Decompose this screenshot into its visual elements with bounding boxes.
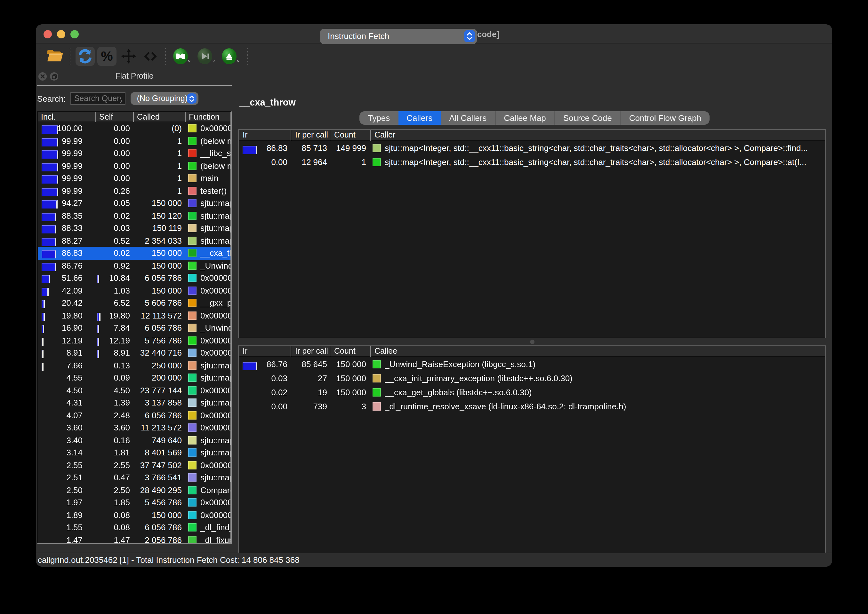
function-row[interactable]: 88.350.02150 120sjtu::map<Integer, std::… — [38, 209, 230, 222]
ir-cell: 0.02 — [239, 387, 291, 397]
incl-cell: 7.66 — [38, 361, 95, 370]
dock-float-button[interactable] — [50, 72, 58, 81]
function-cell: 0x0000000000000 — [185, 273, 230, 283]
function-row[interactable]: 88.270.522 354 033sjtu::map<Integer, std… — [38, 234, 230, 247]
column-header-ir-per-call[interactable]: Ir per call — [291, 346, 330, 357]
called-cell: 1 — [133, 186, 185, 196]
function-label: 0x0000000000000 — [201, 273, 230, 283]
function-row[interactable]: 1.550.086 056 786_dl_find_object — [38, 521, 230, 534]
function-label: sjtu::map<Integer, std::__cxx11::basic_s… — [201, 398, 230, 408]
function-color-swatch — [188, 137, 196, 145]
function-row[interactable]: 19.8019.8012 113 5720x0000000000000 — [38, 309, 230, 322]
function-color-swatch — [188, 299, 196, 307]
caller-row[interactable]: 86.8385 713149 999sjtu::map<Integer, std… — [239, 141, 825, 155]
function-color-swatch — [373, 144, 381, 152]
column-header-count[interactable]: Count — [330, 130, 370, 141]
function-row[interactable]: 1.971.855 456 7860x0000000000000 — [38, 496, 230, 509]
caller-tabbar: TypesCallersAll CallersCallee MapSource … — [359, 111, 709, 125]
up-button[interactable] — [221, 48, 238, 64]
function-row[interactable]: 4.311.393 137 858sjtu::map<Integer, std:… — [38, 397, 230, 409]
function-row[interactable]: 2.510.473 766 541sjtu::map<Integer, std:… — [38, 471, 230, 484]
column-header-count[interactable]: Count — [330, 346, 370, 357]
grouping-select[interactable]: (No Grouping) — [131, 92, 198, 105]
function-row[interactable]: 1.471.472 056 786_dl_fixup — [38, 534, 230, 544]
function-row[interactable]: 4.550.09200 000sjtu::map<Integer, std::_… — [38, 372, 230, 384]
column-header-function[interactable]: Function — [185, 112, 230, 122]
cycle-detection-button[interactable] — [119, 47, 138, 65]
function-row[interactable]: 12.1912.195 756 7860x0000000000000 — [38, 334, 230, 347]
function-row[interactable]: 4.504.5023 777 1440x0000000000000 — [38, 384, 230, 397]
column-header-callee[interactable]: Callee — [370, 346, 825, 357]
function-row[interactable]: 1.890.08150 0000x0000000000000 — [38, 509, 230, 521]
up-dropdown-chevron[interactable]: ᵥ — [237, 56, 239, 63]
function-row[interactable]: 16.907.846 056 786_Unwind_Resume — [38, 322, 230, 334]
called-cell: 1 — [133, 136, 185, 146]
function-row[interactable]: 2.552.5537 747 5020x0000000000000 — [38, 459, 230, 471]
function-cell: _dl_fixup — [185, 535, 230, 544]
function-row[interactable]: 94.270.05150 000sjtu::map<Integer, std::… — [38, 197, 230, 209]
event-type-select[interactable]: Instruction Fetch — [320, 28, 477, 44]
function-row[interactable]: 7.660.13250 000sjtu::map<Integer, std::_… — [38, 359, 230, 372]
function-row[interactable]: 8.918.9132 440 7160x0000000000000 — [38, 347, 230, 359]
column-header-called[interactable]: Called — [133, 112, 185, 122]
tab-all-callers[interactable]: All Callers — [441, 111, 495, 125]
function-row[interactable]: 86.830.02150 000__cxa_throw — [38, 247, 230, 259]
tab-callers[interactable]: Callers — [398, 111, 441, 125]
called-cell: 32 440 716 — [133, 348, 185, 358]
function-row[interactable]: 2.502.5028 490 295Compare::operator() — [38, 484, 230, 496]
tab-control-flow-graph[interactable]: Control Flow Graph — [620, 111, 709, 125]
function-row[interactable]: 3.141.818 401 569sjtu::map<Integer, std:… — [38, 447, 230, 459]
function-row[interactable]: 86.760.92150 000_Unwind_RaiseException — [38, 259, 230, 272]
called-cell: 250 000 — [133, 361, 185, 370]
tab-callee-map[interactable]: Callee Map — [495, 111, 554, 125]
forward-button[interactable] — [196, 48, 213, 64]
column-header-ir[interactable]: Ir — [239, 346, 291, 357]
function-row[interactable]: 3.603.6011 213 5720x0000000000000 — [38, 422, 230, 434]
function-row[interactable]: 99.990.261tester() — [38, 185, 230, 197]
tab-source-code[interactable]: Source Code — [554, 111, 620, 125]
caller-row[interactable]: 0.0012 9641sjtu::map<Integer, std::__cxx… — [239, 155, 825, 169]
function-row[interactable]: 100.000.00(0)0x0000000000000 — [38, 122, 230, 135]
column-header-incl[interactable]: Incl. — [38, 112, 95, 122]
function-row[interactable]: 51.6610.846 056 7860x0000000000000 — [38, 272, 230, 284]
callee-row[interactable]: 0.0219150 000__cxa_get_globals (libstdc+… — [239, 385, 825, 399]
relative-percent-button[interactable]: % — [97, 47, 117, 65]
column-header-ir[interactable]: Ir — [239, 130, 291, 141]
incl-cell: 88.33 — [38, 223, 95, 233]
callee-row[interactable]: 0.007393_dl_runtime_resolve_xsave (ld-li… — [239, 399, 825, 413]
self-cell: 0.52 — [95, 236, 133, 246]
function-row[interactable]: 42.091.03150 0000x0000000000000 — [38, 284, 230, 297]
function-color-swatch — [188, 524, 196, 532]
function-cell: (below main) — [185, 161, 230, 171]
reload-button[interactable] — [76, 47, 95, 65]
panel-splitter[interactable] — [238, 339, 826, 345]
column-header-caller[interactable]: Caller — [370, 130, 825, 141]
self-cell: 1.81 — [95, 448, 133, 457]
function-row[interactable]: 99.990.001(below main) — [38, 160, 230, 172]
shorten-templates-button[interactable] — [141, 47, 160, 65]
open-file-button[interactable] — [45, 47, 65, 65]
column-header-self[interactable]: Self — [95, 112, 133, 122]
incl-cell: 99.99 — [38, 161, 95, 171]
column-header-ir-per-call[interactable]: Ir per call — [291, 130, 330, 141]
function-row[interactable]: 3.400.16749 640sjtu::map<Integer, std::_… — [38, 434, 230, 447]
function-row[interactable]: 4.072.486 056 7860x0000000000000 — [38, 409, 230, 422]
callee-row[interactable]: 86.7685 645150 000_Unwind_RaiseException… — [239, 357, 825, 371]
function-row[interactable]: 20.426.525 606 786__gxx_personality_v0 — [38, 297, 230, 309]
function-row[interactable]: 99.990.001main — [38, 172, 230, 185]
function-row[interactable]: 99.990.001(below main) — [38, 135, 230, 147]
back-button[interactable] — [172, 48, 189, 64]
dock-close-button[interactable] — [39, 72, 47, 81]
called-cell: 28 490 295 — [133, 485, 185, 495]
callee-row[interactable]: 0.0327150 000__cxa_init_primary_exceptio… — [239, 371, 825, 385]
called-cell: 5 606 786 — [133, 298, 185, 308]
back-dropdown-chevron[interactable]: ᵥ — [188, 56, 190, 63]
search-input[interactable] — [70, 92, 126, 105]
function-label: 0x0000000000000 — [201, 348, 230, 358]
self-cell: 10.84 — [95, 273, 133, 283]
function-row[interactable]: 88.330.03150 119sjtu::map<Integer, std::… — [38, 222, 230, 234]
function-label: sjtu::map<Integer, std::__cxx11::basic_s… — [201, 198, 230, 208]
tab-types[interactable]: Types — [359, 111, 398, 125]
incl-cell: 2.50 — [38, 485, 95, 495]
function-row[interactable]: 99.990.001__libc_start_main — [38, 147, 230, 160]
